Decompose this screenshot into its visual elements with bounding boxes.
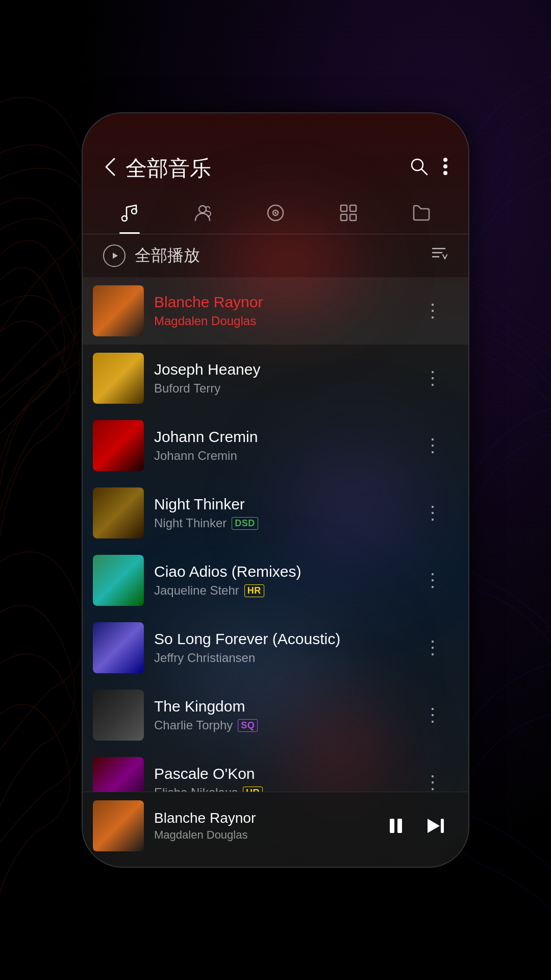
track-artist: Magdalen Douglas [154, 314, 256, 328]
track-more-button[interactable]: ⋮ [418, 773, 448, 792]
person-icon [193, 203, 212, 226]
quality-badge-sq: SQ [238, 719, 258, 732]
list-item[interactable]: Night Thinker Night Thinker DSD ⋮ [83, 479, 468, 547]
track-artist: Charlie Torphy [154, 718, 233, 732]
svg-rect-19 [390, 819, 394, 833]
disc-icon [266, 203, 285, 226]
track-thumbnail [93, 690, 144, 741]
track-subtitle: Jeffry Christiansen [154, 651, 408, 665]
list-item[interactable]: Johann Cremin Johann Cremin ⋮ [83, 412, 468, 479]
back-button[interactable] [103, 156, 117, 181]
svg-point-3 [443, 164, 447, 168]
svg-line-1 [421, 169, 427, 175]
play-all-button[interactable] [103, 244, 126, 267]
track-info: Pascale O'Kon Elisha Nikolaus HR [154, 765, 408, 792]
track-title: The Kingdom [154, 698, 408, 715]
app-content: 全部音乐 [83, 113, 468, 867]
svg-rect-11 [341, 205, 347, 211]
track-subtitle: Night Thinker DSD [154, 516, 408, 530]
now-playing-thumbnail [93, 800, 144, 851]
track-more-button[interactable]: ⋮ [418, 369, 448, 388]
pause-button[interactable] [385, 815, 407, 837]
play-all-left: 全部播放 [103, 244, 200, 267]
list-item[interactable]: Ciao Adios (Remixes) Jaqueline Stehr HR … [83, 547, 468, 614]
svg-marker-21 [428, 819, 440, 833]
track-title: So Long Forever (Acoustic) [154, 630, 408, 648]
track-info: The Kingdom Charlie Torphy SQ [154, 698, 408, 732]
page-title: 全部音乐 [126, 154, 211, 183]
nav-tabs [83, 193, 468, 234]
track-subtitle: Buford Terry [154, 381, 408, 396]
svg-point-2 [443, 158, 447, 162]
track-artist: Jeffry Christiansen [154, 651, 255, 665]
track-title: Blanche Raynor [154, 293, 408, 311]
track-title: Joseph Heaney [154, 361, 408, 378]
svg-point-10 [274, 212, 277, 214]
track-thumbnail [93, 285, 144, 336]
next-track-button[interactable] [423, 814, 448, 838]
track-info: Ciao Adios (Remixes) Jaqueline Stehr HR [154, 563, 408, 598]
now-playing-title: Blanche Raynor [154, 810, 374, 826]
tab-folders[interactable] [402, 198, 441, 234]
quality-badge-hr: HR [244, 584, 264, 597]
music-note-icon [120, 203, 139, 226]
phone-shell: 全部音乐 [82, 112, 469, 868]
play-all-label: 全部播放 [135, 244, 200, 267]
svg-point-4 [443, 171, 447, 175]
playback-controls [385, 814, 448, 838]
track-more-button[interactable]: ⋮ [418, 705, 448, 725]
svg-rect-13 [341, 214, 347, 220]
svg-rect-12 [350, 205, 356, 211]
svg-rect-22 [441, 819, 444, 833]
tab-albums[interactable] [256, 198, 295, 234]
track-info: Johann Cremin Johann Cremin [154, 428, 408, 463]
track-subtitle: Charlie Torphy SQ [154, 718, 408, 732]
folder-icon [412, 203, 431, 226]
sort-button[interactable] [430, 244, 448, 267]
track-subtitle: Magdalen Douglas [154, 314, 408, 328]
header-right [409, 157, 448, 181]
track-thumbnail [93, 487, 144, 538]
quality-badge-dsd: DSD [232, 517, 258, 530]
svg-rect-14 [350, 214, 356, 220]
track-thumbnail [93, 622, 144, 673]
track-thumbnail [93, 420, 144, 471]
svg-point-7 [199, 206, 206, 213]
track-subtitle: Johann Cremin [154, 449, 408, 463]
track-list: Blanche Raynor Magdalen Douglas ⋮ Joseph… [83, 277, 468, 792]
header: 全部音乐 [83, 113, 468, 193]
track-title: Pascale O'Kon [154, 765, 408, 782]
overflow-menu-icon[interactable] [443, 157, 448, 180]
list-item[interactable]: Pascale O'Kon Elisha Nikolaus HR ⋮ [83, 749, 468, 792]
track-more-button[interactable]: ⋮ [418, 436, 448, 455]
track-info: Blanche Raynor Magdalen Douglas [154, 293, 408, 328]
list-item[interactable]: So Long Forever (Acoustic) Jeffry Christ… [83, 614, 468, 681]
track-title: Johann Cremin [154, 428, 408, 446]
track-artist: Jaqueline Stehr [154, 583, 239, 598]
track-thumbnail [93, 353, 144, 404]
track-subtitle: Jaqueline Stehr HR [154, 583, 408, 598]
now-playing-bar[interactable]: Blanche Raynor Magdalen Douglas [83, 792, 468, 867]
track-artist: Night Thinker [154, 516, 227, 530]
track-more-button[interactable]: ⋮ [418, 503, 448, 523]
track-more-button[interactable]: ⋮ [418, 301, 448, 321]
play-all-bar: 全部播放 [83, 234, 468, 277]
tab-songs[interactable] [110, 198, 149, 234]
track-subtitle: Elisha Nikolaus HR [154, 786, 408, 792]
search-icon[interactable] [409, 157, 429, 181]
track-more-button[interactable]: ⋮ [418, 571, 448, 590]
track-thumbnail [93, 757, 144, 792]
svg-rect-20 [397, 819, 402, 833]
svg-marker-15 [113, 253, 118, 259]
track-artist: Johann Cremin [154, 449, 237, 463]
tab-grid[interactable] [329, 198, 368, 234]
tab-artists[interactable] [183, 198, 222, 234]
list-item[interactable]: The Kingdom Charlie Torphy SQ ⋮ [83, 681, 468, 749]
list-item[interactable]: Joseph Heaney Buford Terry ⋮ [83, 345, 468, 412]
list-item[interactable]: Blanche Raynor Magdalen Douglas ⋮ [83, 277, 468, 345]
track-more-button[interactable]: ⋮ [418, 638, 448, 657]
grid-icon [339, 203, 358, 226]
track-info: Night Thinker Night Thinker DSD [154, 496, 408, 530]
track-info: So Long Forever (Acoustic) Jeffry Christ… [154, 630, 408, 665]
track-info: Joseph Heaney Buford Terry [154, 361, 408, 396]
